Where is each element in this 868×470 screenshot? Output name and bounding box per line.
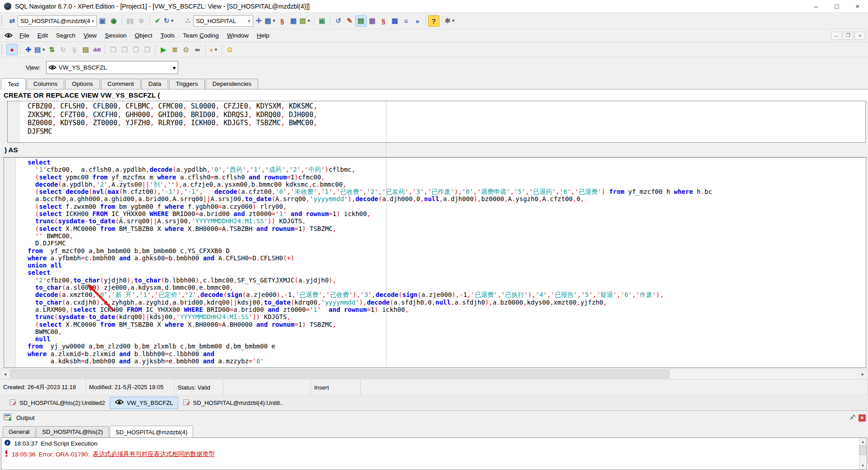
- connect-session-icon[interactable]: ⇄: [6, 15, 18, 27]
- menu-item-session[interactable]: Session: [101, 30, 131, 41]
- chevron-down-icon: ▾: [173, 64, 176, 71]
- toolbar-grip[interactable]: [1, 45, 5, 55]
- export-glyph: ❐: [144, 46, 150, 54]
- menu-item-team-coding[interactable]: Team Coding: [179, 30, 223, 41]
- edit-data-icon[interactable]: ✎: [344, 15, 355, 27]
- compare-icon[interactable]: ⇅: [46, 44, 57, 55]
- copy-icon[interactable]: ❐: [108, 44, 119, 55]
- pause-icon[interactable]: ▮▮: [124, 15, 136, 27]
- tab-data[interactable]: Data: [142, 79, 168, 89]
- code-line: (select X.MC0000 from BM_TSBZB0 X where …: [28, 321, 866, 328]
- tab-text[interactable]: Text: [1, 78, 26, 89]
- reload-icon[interactable]: ↻: [57, 44, 69, 55]
- code-assistant-icon[interactable]: ⊙: [224, 44, 236, 55]
- tab-triggers[interactable]: Triggers: [169, 79, 205, 89]
- preferences-icon[interactable]: ✱▼: [444, 15, 456, 27]
- ddl-icon[interactable]: ddl: [91, 44, 103, 55]
- status-field-0: Created: 26-4月-2023 11:18: [0, 380, 86, 395]
- reference-tables-icon[interactable]: ▩: [389, 15, 401, 27]
- schema-tree-icon[interactable]: ∴: [182, 15, 193, 27]
- data-grid-icon[interactable]: ▦: [288, 15, 299, 27]
- support-bundle-icon[interactable]: ◉: [108, 15, 119, 27]
- output-tab-sd-hospital-mzdzbl-4-[interactable]: SD_HOSPITAL@mzdzbl(4): [110, 426, 193, 438]
- menu-item-edit[interactable]: Edit: [33, 30, 52, 41]
- output-tab-sd-hospital-his-2-[interactable]: SD_HOSPITAL@his(2): [36, 426, 108, 437]
- svg-text:i: i: [7, 440, 8, 445]
- minimize-button[interactable]: –: [806, 0, 826, 12]
- extract-ddl-icon[interactable]: ▤▼: [34, 44, 46, 55]
- sql-history-icon[interactable]: §: [69, 44, 80, 55]
- close-button[interactable]: ×: [847, 0, 868, 12]
- scroll-up-icon[interactable]: ▲: [859, 438, 866, 445]
- doc-tab-sd-hospital-his-2-untitled2[interactable]: SD_HOSPITAL@his(2):Untitled2: [5, 396, 110, 410]
- finish-icon[interactable]: »▼: [208, 44, 219, 55]
- stop-icon[interactable]: ⊗: [136, 15, 147, 27]
- view-label: View:: [26, 64, 41, 71]
- browser-toggle-icon[interactable]: ●: [6, 44, 18, 55]
- ddl-glyph: ddl: [93, 47, 101, 52]
- find-icon[interactable]: ∞: [192, 44, 203, 55]
- connection-combo[interactable]: SD_HOSPITAL@mzdzbl(4)▾: [18, 15, 97, 27]
- view-columns-panel[interactable]: CFBZ00, CFLSH0, CFLB00, CFLBMC, CFMC00, …: [7, 101, 866, 143]
- commit-icon[interactable]: ✔: [152, 15, 163, 27]
- explain-plan-icon[interactable]: ≣: [169, 44, 180, 55]
- tab-options[interactable]: Options: [65, 79, 100, 89]
- sql-analyze-icon[interactable]: §: [378, 15, 389, 27]
- doc-tab-vw-ys-bscfzl[interactable]: VW_YS_BSCFZL: [110, 397, 178, 409]
- code-line: from yj_yw0000 a,bm_zlzd00 b,bm_zlxmlb c…: [28, 343, 866, 350]
- mdi-restore-button[interactable]: ❐: [843, 32, 854, 40]
- export-table-icon[interactable]: ▧▼: [299, 15, 311, 27]
- sql-editor-icon[interactable]: §: [277, 15, 288, 27]
- rollback-icon[interactable]: ↻▼: [163, 15, 175, 27]
- mdi-minimize-button[interactable]: –: [831, 32, 842, 40]
- scroll-left-icon[interactable]: ◄: [0, 370, 10, 378]
- output-vertical-scrollbar[interactable]: ▲ ▼: [859, 438, 867, 470]
- menu-item-search[interactable]: Search: [52, 30, 80, 41]
- schema-combo-value: SD_HOSPITAL: [196, 18, 247, 24]
- maximize-button[interactable]: □: [826, 0, 847, 12]
- output-close-icon[interactable]: ✕: [859, 414, 866, 422]
- tab-dependencies[interactable]: Dependencies: [206, 79, 258, 89]
- horizontal-scrollbar[interactable]: ◄ ►: [0, 368, 868, 379]
- describe-icon[interactable]: ▣: [97, 15, 108, 27]
- analyze-icon[interactable]: ⊙: [180, 44, 192, 55]
- right-margin-guide: [386, 143, 386, 157]
- menu-item-tools[interactable]: Tools: [156, 30, 179, 41]
- hierarchy-icon[interactable]: ≡: [401, 15, 412, 27]
- output-tab-general[interactable]: General: [3, 426, 35, 437]
- menu-item-window[interactable]: Window: [223, 30, 253, 41]
- menu-item-view[interactable]: View: [80, 30, 101, 41]
- db-navigator-icon[interactable]: ↺: [333, 15, 344, 27]
- toolbar-grip[interactable]: [1, 16, 5, 26]
- explain-plan-glyph: ≣: [172, 46, 178, 54]
- export-icon[interactable]: ❐: [142, 44, 153, 55]
- calendar-icon[interactable]: ▦: [367, 15, 378, 27]
- save-to-db-icon[interactable]: ▤: [80, 44, 91, 55]
- pin-icon[interactable]: [849, 414, 856, 422]
- find-objects-icon[interactable]: ✛: [253, 15, 264, 27]
- view-combobox[interactable]: VW_YS_BSCFZL ▾: [46, 61, 178, 74]
- output-window-icon[interactable]: ▤: [355, 15, 367, 27]
- menu-item-file[interactable]: File: [15, 30, 33, 41]
- scrollbar-thumb[interactable]: [859, 445, 866, 455]
- fetch-limit-icon[interactable]: ▦▼: [264, 15, 277, 27]
- code-line: from yf_mzcf00 a,bm_bmbm00 b,bm_bmbm00 c…: [28, 247, 866, 254]
- fast-forward-icon[interactable]: »: [412, 15, 423, 27]
- execute-icon[interactable]: ▶: [158, 44, 169, 55]
- scroll-right-icon[interactable]: ►: [858, 370, 868, 378]
- sql-code-editor[interactable]: select '1'cfbz00, a.cflsh0,a.ypdlbh,deco…: [4, 157, 866, 368]
- scroll-down-icon[interactable]: ▼: [859, 462, 866, 469]
- import-icon[interactable]: ❐: [130, 44, 142, 55]
- tab-comment[interactable]: Comment: [101, 79, 141, 89]
- doc-tab-sd-hospital-mzdzbl-4-untitl-[interactable]: SD_HOSPITAL@mzdzbl(4):Untitl..: [178, 396, 288, 410]
- menu-item-object[interactable]: Object: [131, 30, 156, 41]
- tab-columns[interactable]: Columns: [27, 79, 64, 89]
- menu-item-help[interactable]: Help: [253, 30, 274, 41]
- scrollbar-thumb[interactable]: [10, 370, 670, 378]
- mdi-close-button[interactable]: ×: [854, 32, 865, 40]
- add-object-icon[interactable]: ✚: [23, 44, 34, 55]
- paste-icon[interactable]: ❐: [119, 44, 130, 55]
- image-viewer-icon[interactable]: ▣: [316, 15, 328, 27]
- schema-combo[interactable]: SD_HOSPITAL▾: [193, 15, 253, 27]
- help-icon[interactable]: ?: [428, 15, 439, 27]
